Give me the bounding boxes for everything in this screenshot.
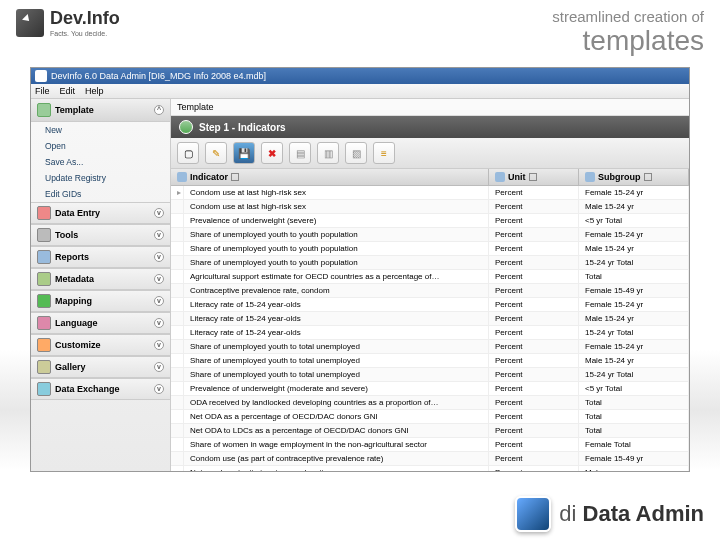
col-unit[interactable]: Unit	[489, 169, 579, 185]
sidebar-section-gallery[interactable]: Galleryv	[31, 356, 170, 378]
table-row[interactable]: Share of unemployed youth to youth popul…	[171, 242, 689, 256]
sidebar-section-data-exchange[interactable]: Data Exchangev	[31, 378, 170, 400]
table-row[interactable]: Share of unemployed youth to total unemp…	[171, 340, 689, 354]
sidebar-section-mapping[interactable]: Mappingv	[31, 290, 170, 312]
logo-icon	[16, 9, 44, 37]
table-row[interactable]: Share of unemployed youth to total unemp…	[171, 354, 689, 368]
table-row[interactable]: Share of unemployed youth to total unemp…	[171, 368, 689, 382]
table-row[interactable]: Net ODA to LDCs as a percentage of OECD/…	[171, 424, 689, 438]
delete-button[interactable]: ✖	[261, 142, 283, 164]
table-row[interactable]: Condom use (as part of contraceptive pre…	[171, 452, 689, 466]
window-title: DevInfo 6.0 Data Admin [DI6_MDG Info 200…	[51, 71, 266, 81]
expand-icon[interactable]: v	[154, 252, 164, 262]
step-label: Step 1 - Indicators	[199, 122, 286, 133]
section-icon	[37, 272, 51, 286]
header-subtitle: streamlined creation of	[552, 8, 704, 25]
section-icon	[37, 228, 51, 242]
template-icon	[37, 103, 51, 117]
section-icon	[37, 382, 51, 396]
filter-icon[interactable]	[529, 173, 537, 181]
expand-icon[interactable]: v	[154, 274, 164, 284]
expand-icon[interactable]: v	[154, 384, 164, 394]
table-row[interactable]: ODA received by landlocked developing co…	[171, 396, 689, 410]
sidebar-saveas[interactable]: Save As...	[31, 154, 170, 170]
app-window: DevInfo 6.0 Data Admin [DI6_MDG Info 200…	[30, 67, 690, 472]
menubar: File Edit Help	[31, 84, 689, 99]
table-header: Indicator Unit Subgroup	[171, 169, 689, 186]
table-row[interactable]: Agricultural support estimate for OECD c…	[171, 270, 689, 284]
table-row[interactable]: Share of unemployed youth to youth popul…	[171, 256, 689, 270]
col-indicator[interactable]: Indicator	[171, 169, 489, 185]
sidebar: Template ^ New Open Save As... Update Re…	[31, 99, 171, 472]
logo-tagline: Facts. You decide.	[50, 30, 120, 37]
sidebar-edit-gids[interactable]: Edit GIDs	[31, 186, 170, 202]
breadcrumb: Template	[171, 99, 689, 116]
table-row[interactable]: Net enrolment ratio in primary education…	[171, 466, 689, 472]
table-row[interactable]: ▸Condom use at last high-risk sexPercent…	[171, 186, 689, 200]
sidebar-template-header[interactable]: Template ^	[31, 99, 170, 122]
sidebar-section-metadata[interactable]: Metadatav	[31, 268, 170, 290]
menu-file[interactable]: File	[35, 86, 50, 96]
footer-icon	[515, 496, 551, 532]
menu-help[interactable]: Help	[85, 86, 104, 96]
table-row[interactable]: Literacy rate of 15-24 year-oldsPercent1…	[171, 326, 689, 340]
save-button[interactable]: 💾	[233, 142, 255, 164]
filter-icon[interactable]	[644, 173, 652, 181]
logo-text: Dev.Info	[50, 8, 120, 29]
table-row[interactable]: Prevalence of underweight (moderate and …	[171, 382, 689, 396]
doc1-button[interactable]: ▤	[289, 142, 311, 164]
sidebar-section-data-entry[interactable]: Data Entryv	[31, 202, 170, 224]
header-title: templates	[552, 25, 704, 57]
section-icon	[37, 250, 51, 264]
section-icon	[37, 206, 51, 220]
expand-icon[interactable]: v	[154, 362, 164, 372]
sidebar-section-language[interactable]: Languagev	[31, 312, 170, 334]
db-button[interactable]: ≡	[373, 142, 395, 164]
footer: di Data Admin	[515, 496, 704, 532]
indicator-icon	[177, 172, 187, 182]
expand-icon[interactable]: v	[154, 318, 164, 328]
table-row[interactable]: Literacy rate of 15-24 year-oldsPercentM…	[171, 312, 689, 326]
section-icon	[37, 360, 51, 374]
sidebar-section-customize[interactable]: Customizev	[31, 334, 170, 356]
step-icon	[179, 120, 193, 134]
sidebar-section-tools[interactable]: Toolsv	[31, 224, 170, 246]
table-row[interactable]: Share of women in wage employment in the…	[171, 438, 689, 452]
doc3-button[interactable]: ▧	[345, 142, 367, 164]
data-grid[interactable]: ▸Condom use at last high-risk sexPercent…	[171, 186, 689, 472]
table-row[interactable]: Condom use at last high-risk sexPercentM…	[171, 200, 689, 214]
collapse-icon[interactable]: ^	[154, 105, 164, 115]
table-row[interactable]: Prevalence of underweight (severe)Percen…	[171, 214, 689, 228]
section-icon	[37, 338, 51, 352]
app-icon	[35, 70, 47, 82]
table-row[interactable]: Net ODA as a percentage of OECD/DAC dono…	[171, 410, 689, 424]
sidebar-open[interactable]: Open	[31, 138, 170, 154]
subgroup-icon	[585, 172, 595, 182]
expand-icon[interactable]: v	[154, 340, 164, 350]
col-subgroup[interactable]: Subgroup	[579, 169, 689, 185]
table-row[interactable]: Contraceptive prevalence rate, condomPer…	[171, 284, 689, 298]
sidebar-new[interactable]: New	[31, 122, 170, 138]
sidebar-section-reports[interactable]: Reportsv	[31, 246, 170, 268]
step-band: Step 1 - Indicators	[171, 116, 689, 138]
edit-button[interactable]: ✎	[205, 142, 227, 164]
unit-icon	[495, 172, 505, 182]
footer-di: di	[559, 501, 576, 526]
new-button[interactable]: ▢	[177, 142, 199, 164]
footer-label: Data Admin	[583, 501, 704, 526]
doc2-button[interactable]: ▥	[317, 142, 339, 164]
window-titlebar: DevInfo 6.0 Data Admin [DI6_MDG Info 200…	[31, 68, 689, 84]
toolbar: ▢ ✎ 💾 ✖ ▤ ▥ ▧ ≡	[171, 138, 689, 169]
sidebar-update-registry[interactable]: Update Registry	[31, 170, 170, 186]
filter-icon[interactable]	[231, 173, 239, 181]
table-row[interactable]: Literacy rate of 15-24 year-oldsPercentF…	[171, 298, 689, 312]
expand-icon[interactable]: v	[154, 230, 164, 240]
expand-icon[interactable]: v	[154, 208, 164, 218]
section-icon	[37, 294, 51, 308]
section-icon	[37, 316, 51, 330]
expand-icon[interactable]: v	[154, 296, 164, 306]
menu-edit[interactable]: Edit	[60, 86, 76, 96]
table-row[interactable]: Share of unemployed youth to youth popul…	[171, 228, 689, 242]
